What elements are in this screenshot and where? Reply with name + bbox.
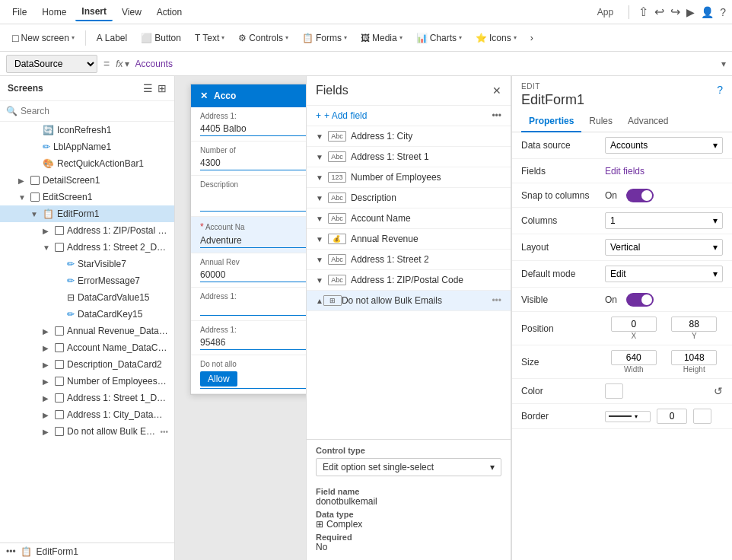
overflow-button[interactable]: › <box>524 30 539 46</box>
add-field-button[interactable]: + + Add field <box>316 110 367 121</box>
close-fields-icon[interactable]: ✕ <box>492 84 501 97</box>
tree-item-editscreen1[interactable]: ▼ EditScreen1 <box>0 189 174 205</box>
field-more-icon[interactable]: ••• <box>492 295 501 306</box>
visible-toggle[interactable] <box>626 293 654 307</box>
props-help-icon[interactable]: ? <box>708 76 732 103</box>
forms-button[interactable]: 📋 Forms ▾ <box>296 30 353 46</box>
position-y-input[interactable] <box>671 317 717 332</box>
tree-item-editform1[interactable]: ▼ 📋 EditForm1 <box>0 205 174 222</box>
new-screen-button[interactable]: □ New screen ▾ <box>6 29 81 47</box>
field-item-street1[interactable]: ▼ Abc Address 1: Street 1 <box>307 147 511 167</box>
tree-item-annual-revenue[interactable]: ▶ Annual Revenue_DataCard2 <box>0 323 174 339</box>
person-icon[interactable]: 👤 <box>701 6 714 18</box>
menu-insert[interactable]: Insert <box>75 3 113 21</box>
field-item-zip[interactable]: ▼ Abc Address 1: ZIP/Postal Code <box>307 270 511 291</box>
field-value-allow[interactable]: Allow <box>200 370 306 389</box>
columns-select[interactable]: 1 ▾ <box>605 212 723 229</box>
tree-item-datacardkey15[interactable]: ✏ DataCardKey15 <box>0 306 174 323</box>
tree-item-address-zip[interactable]: ▶ Address 1: ZIP/Postal Code_ <box>0 222 174 239</box>
field-value-7[interactable]: 95486 <box>200 336 306 350</box>
size-width-input[interactable] <box>611 350 657 365</box>
item-label: IconRefresh1 <box>57 125 168 135</box>
tree-item-description[interactable]: ▶ Description_DataCard2 <box>0 356 174 373</box>
tree-item-iconrefresh1[interactable]: 🔄 IconRefresh1 <box>0 122 174 138</box>
field-type-abc: Abc <box>328 131 346 142</box>
add-icon: + <box>316 110 321 121</box>
tree-item-address-street1[interactable]: ▶ Address 1: Street 1_DataCa <box>0 390 174 406</box>
border-width-input[interactable] <box>657 409 687 424</box>
props-row-columns: Columns 1 ▾ <box>512 208 732 234</box>
label-button[interactable]: A Label <box>91 30 133 46</box>
field-item-annual-revenue[interactable]: ▼ 💰 Annual Revenue <box>307 229 511 250</box>
controls-button[interactable]: ⚙ Controls ▾ <box>232 30 294 46</box>
layout-select[interactable]: Vertical ▾ <box>605 239 723 256</box>
menu-file[interactable]: File <box>6 4 33 21</box>
field-value-2[interactable]: 4300 <box>200 156 306 170</box>
tree-item-lblappname1[interactable]: ✏ LblAppName1 <box>0 138 174 155</box>
menu-action[interactable]: Action <box>151 4 188 21</box>
border-color-swatch[interactable] <box>693 409 711 424</box>
field-item-street2[interactable]: ▼ Abc Address 1: Street 2 <box>307 250 511 270</box>
menu-home[interactable]: Home <box>36 4 72 21</box>
border-line-select[interactable]: ▾ <box>605 411 651 422</box>
button-icon: ⬜ <box>141 33 152 43</box>
close-icon[interactable]: ✕ <box>200 91 208 101</box>
datasource-select[interactable]: Accounts ▾ <box>605 137 723 154</box>
field-item-num-employees[interactable]: ▼ 123 Number of Employees <box>307 167 511 188</box>
more-icon[interactable]: ••• <box>160 428 168 436</box>
tree-item-rectquickactionbar1[interactable]: 🎨 RectQuickActionBar1 <box>0 155 174 172</box>
tree-item-detailscreen1[interactable]: ▶ DetailScreen1 <box>0 172 174 189</box>
icons-button[interactable]: ⭐ Icons ▾ <box>469 30 523 46</box>
tree-item-donotallow[interactable]: ▶ Do not allow Bulk Emails_D ••• <box>0 423 174 440</box>
position-label: Position <box>521 323 605 334</box>
position-x-input[interactable] <box>611 317 657 332</box>
search-input[interactable] <box>21 106 168 116</box>
field-item-description[interactable]: ▼ Abc Description <box>307 188 511 208</box>
tree-item-starvisible7[interactable]: ✏ StarVisible7 <box>0 256 174 272</box>
formula-input[interactable] <box>132 57 718 71</box>
field-value-1[interactable]: 4405 Balbo <box>200 122 306 136</box>
field-value-6[interactable] <box>200 302 306 316</box>
tree-item-address-city[interactable]: ▶ Address 1: City_DataCard2 <box>0 406 174 423</box>
redo-icon[interactable]: ↪ <box>670 5 680 19</box>
allow-button[interactable]: Allow <box>200 371 237 387</box>
share-icon[interactable]: ⇧ <box>638 5 648 19</box>
size-height-input[interactable] <box>671 350 717 365</box>
tree-item-num-employees[interactable]: ▶ Number of Employees_Dat <box>0 373 174 390</box>
new-screen-chevron: ▾ <box>72 34 75 41</box>
field-value-4[interactable]: Adventure <box>200 234 306 248</box>
play-icon[interactable]: ▶ <box>686 6 695 18</box>
charts-button[interactable]: 📊 Charts ▾ <box>410 30 468 46</box>
undo-icon[interactable]: ↩ <box>654 5 664 19</box>
media-button[interactable]: 🖼 Media ▾ <box>355 30 409 46</box>
button-button[interactable]: ⬜ Button <box>135 30 187 46</box>
field-value-5[interactable]: 60000 <box>200 268 306 282</box>
tree-item-errormessage7[interactable]: ✏ ErrorMessage7 <box>0 272 174 289</box>
menu-view[interactable]: View <box>116 4 148 21</box>
field-item-address-city[interactable]: ▼ Abc Address 1: City <box>307 126 511 147</box>
default-mode-select[interactable]: Edit ▾ <box>605 266 723 282</box>
color-swatch[interactable] <box>605 383 623 399</box>
tab-rules[interactable]: Rules <box>581 111 620 132</box>
snap-toggle[interactable] <box>626 189 654 202</box>
help-icon[interactable]: ? <box>720 6 726 18</box>
tree-item-datacardvalue15[interactable]: ⊟ DataCardValue15 <box>0 289 174 306</box>
tab-advanced[interactable]: Advanced <box>620 111 676 132</box>
more-options-icon[interactable]: ••• <box>6 546 16 557</box>
fields-more-icon[interactable]: ••• <box>492 110 501 121</box>
control-type-select[interactable]: Edit option set single-select ▾ <box>316 458 501 476</box>
formula-expand-icon[interactable]: ▾ <box>721 59 726 69</box>
edit-fields-link[interactable]: Edit fields <box>605 166 644 177</box>
field-item-account-name[interactable]: ▼ Abc Account Name <box>307 208 511 229</box>
text-button[interactable]: T Text ▾ <box>189 30 231 46</box>
grid-view-icon[interactable]: ⊞ <box>158 82 167 94</box>
list-view-icon[interactable]: ☰ <box>143 82 153 94</box>
color-edit-icon[interactable]: ↺ <box>714 385 723 397</box>
field-item-donotbulk[interactable]: ▲ ⊞ Do not allow Bulk Emails ••• <box>307 291 511 311</box>
datasource-select[interactable]: DataSource <box>6 55 97 73</box>
tree-item-account-name[interactable]: ▶ Account Name_DataCard2 <box>0 339 174 356</box>
columns-value: 1 ▾ <box>605 212 723 229</box>
field-value-3[interactable] <box>200 190 306 212</box>
tree-item-address-street2[interactable]: ▼ Address 1: Street 2_DataCar <box>0 239 174 256</box>
tab-properties[interactable]: Properties <box>521 111 581 132</box>
